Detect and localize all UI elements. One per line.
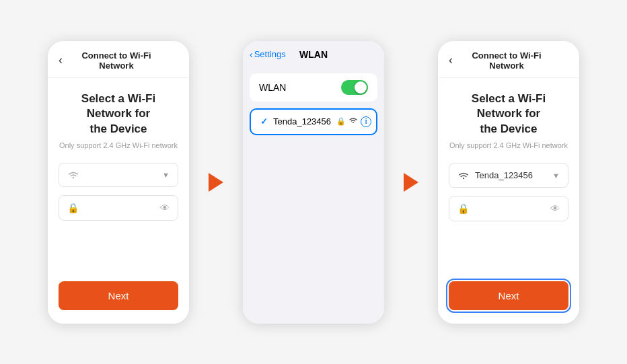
screen2-back-link[interactable]: ‹ Settings <box>250 49 286 60</box>
screen2-wlan-toggle-row[interactable]: WLAN <box>250 73 377 102</box>
network-icons: 🔒 i <box>336 116 371 127</box>
screen1-footer: Next <box>48 281 189 324</box>
screen2-networks-list: ✓ Tenda_123456 🔒 i <box>250 108 377 135</box>
screen3-password-left: 🔒 <box>457 203 469 214</box>
eye-slash-icon: 👁 <box>160 203 170 213</box>
screen2-wlan-screen: ‹ Settings WLAN WLAN ✓ Tenda_123456 <box>243 41 384 324</box>
screen1-title: Connect to Wi-Fi Network <box>68 50 165 71</box>
network-info-icon[interactable]: i <box>361 116 371 127</box>
screen1-dropdown-arrow: ▼ <box>162 171 170 179</box>
screen3-lock-icon: 🔒 <box>457 203 469 214</box>
network-item-tenda[interactable]: ✓ Tenda_123456 🔒 i <box>251 110 376 134</box>
screen2-body: WLAN ✓ Tenda_123456 🔒 <box>243 65 384 324</box>
screen1-select-title-line1: Select a Wi-Fi Network for the Device <box>59 92 178 138</box>
screen3-select-title: Select a Wi-Fi Network for the Device <box>449 92 568 138</box>
screen3-next-button[interactable]: Next <box>449 281 568 310</box>
wifi-filled-icon <box>457 171 470 180</box>
screen2-title: WLAN <box>299 49 328 60</box>
screen1-wifi-input-row[interactable]: ▼ <box>59 163 178 187</box>
screen3-eye-slash-icon: 👁 <box>550 203 560 214</box>
screen1-header: ‹ Connect to Wi-Fi Network <box>48 41 189 78</box>
screen2-wlan-toggle[interactable] <box>341 80 368 95</box>
network-wifi-icon <box>348 116 358 126</box>
screen2-back-label: Settings <box>254 49 286 59</box>
arrow2 <box>404 173 418 192</box>
screen3-body: Select a Wi-Fi Network for the Device On… <box>438 78 579 281</box>
lock-icon: 🔒 <box>67 203 79 213</box>
screen3-wifi-screen: ‹ Connect to Wi-Fi Network Select a Wi-F… <box>438 41 579 324</box>
arrow1 <box>209 173 223 192</box>
wifi-icon <box>67 170 79 180</box>
screen3-wifi-input-left: Tenda_123456 <box>457 170 533 180</box>
screen2-header: ‹ Settings WLAN <box>243 41 384 65</box>
screen1-next-button[interactable]: Next <box>59 281 178 310</box>
arrow2-container <box>391 173 431 192</box>
screen3-password-row[interactable]: 🔒 👁 <box>449 196 568 221</box>
network-lock-icon: 🔒 <box>336 117 346 126</box>
screen3-wifi-input-row[interactable]: Tenda_123456 ▼ <box>449 163 568 188</box>
screen1-password-left: 🔒 <box>67 203 79 213</box>
screen1-wifi-screen: ‹ Connect to Wi-Fi Network Select a Wi-F… <box>48 41 189 324</box>
screen3-next-btn-wrapper: Next <box>449 281 568 310</box>
screen1-back-button[interactable]: ‹ <box>59 53 63 67</box>
screen1-phone: ‹ Connect to Wi-Fi Network Select a Wi-F… <box>48 41 189 324</box>
screen2-wlan-label: WLAN <box>259 82 286 93</box>
screen1-password-row[interactable]: 🔒 👁 <box>59 195 178 221</box>
screen3-back-button[interactable]: ‹ <box>449 53 453 67</box>
screen3-wifi-value: Tenda_123456 <box>475 170 533 180</box>
screen3-phone: ‹ Connect to Wi-Fi Network Select a Wi-F… <box>438 41 579 324</box>
screen2-toggle-knob <box>355 81 367 94</box>
screen3-subtitle: Only support 2.4 GHz Wi-Fi network <box>449 141 568 149</box>
main-container: ‹ Connect to Wi-Fi Network Select a Wi-F… <box>0 0 627 364</box>
screen2-phone: ‹ Settings WLAN WLAN ✓ Tenda_123456 <box>243 41 384 324</box>
arrow1-container <box>196 173 236 192</box>
screen3-footer: Next <box>438 281 579 324</box>
screen3-dropdown-arrow: ▼ <box>552 172 560 180</box>
screen1-subtitle: Only support 2.4 GHz Wi-Fi network <box>59 141 178 149</box>
screen3-header: ‹ Connect to Wi-Fi Network <box>438 41 579 78</box>
screen1-body: Select a Wi-Fi Network for the Device On… <box>48 78 189 281</box>
network-name: Tenda_123456 <box>273 116 331 126</box>
screen1-wifi-input-left <box>67 170 79 180</box>
checkmark-icon: ✓ <box>260 116 268 126</box>
screen3-title: Connect to Wi-Fi Network <box>458 50 555 71</box>
